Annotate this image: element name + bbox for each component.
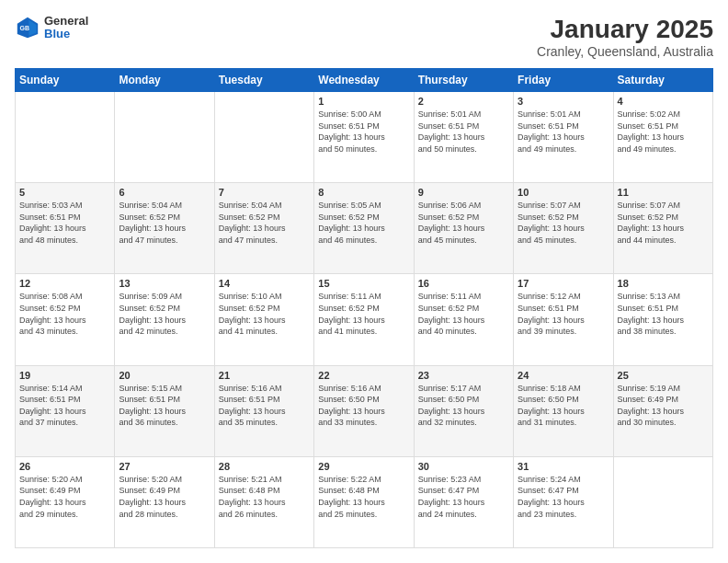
calendar-cell: 9Sunrise: 5:06 AM Sunset: 6:52 PM Daylig… <box>414 183 513 274</box>
day-info: Sunrise: 5:03 AM Sunset: 6:51 PM Dayligh… <box>19 200 110 246</box>
day-header-monday: Monday <box>115 69 214 92</box>
day-info: Sunrise: 5:23 AM Sunset: 6:47 PM Dayligh… <box>418 474 509 520</box>
day-number: 30 <box>418 461 509 472</box>
logo-blue-text: Blue <box>44 28 88 40</box>
calendar-cell: 23Sunrise: 5:17 AM Sunset: 6:50 PM Dayli… <box>414 365 513 456</box>
day-number: 2 <box>418 96 509 107</box>
calendar-cell: 5Sunrise: 5:03 AM Sunset: 6:51 PM Daylig… <box>16 183 115 274</box>
calendar-cell: 6Sunrise: 5:04 AM Sunset: 6:52 PM Daylig… <box>115 183 214 274</box>
day-number: 14 <box>219 278 310 289</box>
logo-general: General <box>44 15 88 28</box>
day-info: Sunrise: 5:16 AM Sunset: 6:50 PM Dayligh… <box>318 383 409 429</box>
calendar-cell: 3Sunrise: 5:01 AM Sunset: 6:51 PM Daylig… <box>514 92 613 183</box>
day-number: 5 <box>19 187 110 198</box>
day-info: Sunrise: 5:04 AM Sunset: 6:52 PM Dayligh… <box>119 200 210 246</box>
day-info: Sunrise: 5:17 AM Sunset: 6:50 PM Dayligh… <box>418 383 509 429</box>
day-info: Sunrise: 5:19 AM Sunset: 6:49 PM Dayligh… <box>618 383 709 429</box>
day-info: Sunrise: 5:11 AM Sunset: 6:52 PM Dayligh… <box>418 291 509 337</box>
day-number: 13 <box>119 278 210 289</box>
calendar-cell: 17Sunrise: 5:12 AM Sunset: 6:51 PM Dayli… <box>514 274 613 365</box>
day-number: 28 <box>219 461 310 472</box>
svg-text:GB: GB <box>20 25 29 31</box>
day-number: 12 <box>19 278 110 289</box>
calendar-cell: 2Sunrise: 5:01 AM Sunset: 6:51 PM Daylig… <box>414 92 513 183</box>
day-header-saturday: Saturday <box>613 69 712 92</box>
day-info: Sunrise: 5:20 AM Sunset: 6:49 PM Dayligh… <box>119 474 210 520</box>
calendar-cell: 12Sunrise: 5:08 AM Sunset: 6:52 PM Dayli… <box>16 274 115 365</box>
day-number: 21 <box>219 370 310 381</box>
calendar-cell: 26Sunrise: 5:20 AM Sunset: 6:49 PM Dayli… <box>16 456 115 547</box>
calendar-cell: 8Sunrise: 5:05 AM Sunset: 6:52 PM Daylig… <box>314 183 414 274</box>
day-number: 10 <box>518 187 609 198</box>
logo: GB General Blue <box>15 15 88 41</box>
day-info: Sunrise: 5:13 AM Sunset: 6:51 PM Dayligh… <box>618 291 709 337</box>
day-info: Sunrise: 5:00 AM Sunset: 6:51 PM Dayligh… <box>318 109 409 155</box>
day-info: Sunrise: 5:16 AM Sunset: 6:51 PM Dayligh… <box>219 383 310 429</box>
day-number: 6 <box>119 187 210 198</box>
calendar-cell <box>613 456 712 547</box>
calendar-cell: 1Sunrise: 5:00 AM Sunset: 6:51 PM Daylig… <box>314 92 414 183</box>
title-block: January 2025 Cranley, Queensland, Austra… <box>537 15 713 59</box>
day-number: 15 <box>318 278 409 289</box>
calendar-cell: 30Sunrise: 5:23 AM Sunset: 6:47 PM Dayli… <box>414 456 513 547</box>
location: Cranley, Queensland, Australia <box>537 44 713 59</box>
calendar-cell: 29Sunrise: 5:22 AM Sunset: 6:48 PM Dayli… <box>314 456 414 547</box>
calendar-cell: 24Sunrise: 5:18 AM Sunset: 6:50 PM Dayli… <box>514 365 613 456</box>
day-info: Sunrise: 5:18 AM Sunset: 6:50 PM Dayligh… <box>518 383 609 429</box>
day-info: Sunrise: 5:08 AM Sunset: 6:52 PM Dayligh… <box>19 291 110 337</box>
day-info: Sunrise: 5:24 AM Sunset: 6:47 PM Dayligh… <box>518 474 609 520</box>
day-number: 11 <box>618 187 709 198</box>
day-header-friday: Friday <box>514 69 613 92</box>
day-info: Sunrise: 5:12 AM Sunset: 6:51 PM Dayligh… <box>518 291 609 337</box>
day-number: 1 <box>318 96 409 107</box>
logo-icon: GB <box>15 15 40 40</box>
day-info: Sunrise: 5:22 AM Sunset: 6:48 PM Dayligh… <box>318 474 409 520</box>
day-info: Sunrise: 5:05 AM Sunset: 6:52 PM Dayligh… <box>318 200 409 246</box>
day-number: 23 <box>418 370 509 381</box>
calendar-cell: 15Sunrise: 5:11 AM Sunset: 6:52 PM Dayli… <box>314 274 414 365</box>
day-info: Sunrise: 5:09 AM Sunset: 6:52 PM Dayligh… <box>119 291 210 337</box>
day-number: 4 <box>618 96 709 107</box>
month-title: January 2025 <box>537 15 713 44</box>
calendar-cell: 11Sunrise: 5:07 AM Sunset: 6:52 PM Dayli… <box>613 183 712 274</box>
day-header-tuesday: Tuesday <box>214 69 313 92</box>
calendar-cell: 4Sunrise: 5:02 AM Sunset: 6:51 PM Daylig… <box>613 92 712 183</box>
calendar-cell: 21Sunrise: 5:16 AM Sunset: 6:51 PM Dayli… <box>214 365 313 456</box>
calendar-cell: 10Sunrise: 5:07 AM Sunset: 6:52 PM Dayli… <box>514 183 613 274</box>
calendar-cell <box>16 92 115 183</box>
calendar-cell: 31Sunrise: 5:24 AM Sunset: 6:47 PM Dayli… <box>514 456 613 547</box>
day-info: Sunrise: 5:01 AM Sunset: 6:51 PM Dayligh… <box>518 109 609 155</box>
calendar-cell: 7Sunrise: 5:04 AM Sunset: 6:52 PM Daylig… <box>214 183 313 274</box>
day-info: Sunrise: 5:11 AM Sunset: 6:52 PM Dayligh… <box>318 291 409 337</box>
day-number: 9 <box>418 187 509 198</box>
logo-text: General Blue <box>44 15 88 41</box>
day-info: Sunrise: 5:10 AM Sunset: 6:52 PM Dayligh… <box>219 291 310 337</box>
calendar-cell: 20Sunrise: 5:15 AM Sunset: 6:51 PM Dayli… <box>115 365 214 456</box>
day-info: Sunrise: 5:07 AM Sunset: 6:52 PM Dayligh… <box>618 200 709 246</box>
day-info: Sunrise: 5:01 AM Sunset: 6:51 PM Dayligh… <box>418 109 509 155</box>
calendar-cell <box>214 92 313 183</box>
calendar-table: SundayMondayTuesdayWednesdayThursdayFrid… <box>15 68 713 548</box>
day-info: Sunrise: 5:07 AM Sunset: 6:52 PM Dayligh… <box>518 200 609 246</box>
calendar-cell: 22Sunrise: 5:16 AM Sunset: 6:50 PM Dayli… <box>314 365 414 456</box>
day-number: 31 <box>518 461 609 472</box>
day-number: 8 <box>318 187 409 198</box>
day-number: 25 <box>618 370 709 381</box>
day-header-wednesday: Wednesday <box>314 69 414 92</box>
day-number: 16 <box>418 278 509 289</box>
day-number: 27 <box>119 461 210 472</box>
day-info: Sunrise: 5:14 AM Sunset: 6:51 PM Dayligh… <box>19 383 110 429</box>
page: GB General Blue January 2025 Cranley, Qu… <box>0 0 728 563</box>
day-header-sunday: Sunday <box>16 69 115 92</box>
calendar-cell: 18Sunrise: 5:13 AM Sunset: 6:51 PM Dayli… <box>613 274 712 365</box>
day-number: 26 <box>19 461 110 472</box>
calendar-cell <box>115 92 214 183</box>
day-number: 24 <box>518 370 609 381</box>
day-info: Sunrise: 5:06 AM Sunset: 6:52 PM Dayligh… <box>418 200 509 246</box>
day-number: 29 <box>318 461 409 472</box>
day-number: 18 <box>618 278 709 289</box>
day-info: Sunrise: 5:04 AM Sunset: 6:52 PM Dayligh… <box>219 200 310 246</box>
day-info: Sunrise: 5:15 AM Sunset: 6:51 PM Dayligh… <box>119 383 210 429</box>
day-number: 20 <box>119 370 210 381</box>
calendar-cell: 14Sunrise: 5:10 AM Sunset: 6:52 PM Dayli… <box>214 274 313 365</box>
